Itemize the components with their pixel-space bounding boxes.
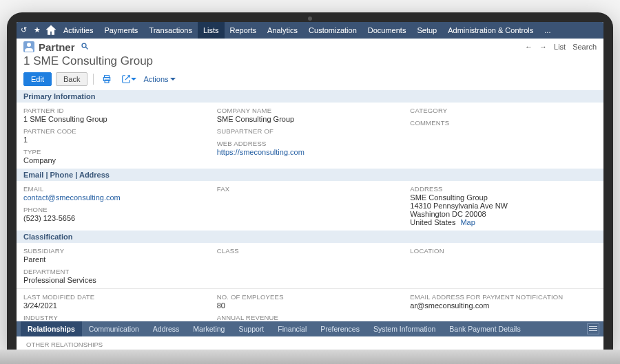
star-icon[interactable]: ★ (30, 22, 44, 39)
field-label: WEB ADDRESS (217, 140, 404, 147)
field-label: PARTNER ID (23, 107, 210, 114)
page-header: Partner ← → List Search (17, 39, 603, 53)
prev-record-arrow-icon[interactable]: ← (525, 43, 533, 51)
nav-lists[interactable]: Lists (198, 22, 225, 39)
search-link[interactable]: Search (572, 43, 597, 51)
entity-avatar-icon (23, 41, 34, 52)
nav-activities[interactable]: Activities (58, 22, 99, 39)
nav-admin-controls[interactable]: Administration & Controls (442, 22, 539, 39)
svg-line-1 (85, 47, 87, 50)
section-primary-title: Primary Information (17, 90, 603, 103)
map-link[interactable]: Map (460, 218, 475, 226)
nav-analytics[interactable]: Analytics (262, 22, 303, 39)
tab-address[interactable]: Address (146, 321, 187, 336)
web-address-link[interactable]: https://smeconsulting.com (217, 148, 404, 156)
address-line: SME Consulting Group (410, 193, 597, 202)
tab-marketing[interactable]: Marketing (186, 321, 231, 336)
tab-communication[interactable]: Communication (82, 321, 146, 336)
field-label: NO. OF EMPLOYEES (217, 293, 404, 301)
toolbar-divider (93, 74, 94, 85)
field-value: 1 (23, 136, 210, 144)
actions-menu[interactable]: Actions (143, 75, 175, 83)
field-label: CATEGORY (410, 107, 597, 114)
nav-documents[interactable]: Documents (362, 22, 412, 39)
field-label: PHONE (23, 206, 210, 213)
field-label: ADDRESS (410, 185, 597, 193)
tab-bank-payment-details[interactable]: Bank Payment Details (442, 321, 527, 336)
record-name: 1 SME Consulting Group (17, 53, 603, 72)
address-line: United States (410, 218, 455, 226)
section-contact-title: Email | Phone | Address (17, 169, 603, 181)
subtab-section-label: OTHER RELATIONSHIPS (17, 336, 603, 352)
field-value: Parent (23, 255, 210, 264)
section-classification-row1: SUBSIDIARYParent DEPARTMENTProfessional … (17, 243, 603, 288)
email-link[interactable]: contact@smeconsulting.com (23, 193, 210, 202)
section-contact: EMAILcontact@smeconsulting.com PHONE(523… (17, 181, 603, 231)
nav-setup[interactable]: Setup (411, 22, 442, 39)
field-value: SME Consulting Group (217, 115, 404, 123)
field-label: CLASS (217, 247, 404, 255)
address-block: SME Consulting Group 14310 Pennsylvania … (410, 193, 597, 226)
section-classification-row2: LAST MODIFIED DATE3/24/2021 INDUSTRYCons… (17, 288, 603, 321)
back-button[interactable]: Back (56, 72, 87, 86)
top-navbar: ↺ ★ Activities Payments Transactions Lis… (17, 22, 603, 39)
field-label: LOCATION (410, 247, 597, 255)
field-label: SUBPARTNER OF (217, 127, 404, 135)
field-value: 1 SME Consulting Group (23, 115, 210, 123)
field-value: ar@smeconsulting.com (410, 301, 597, 310)
nav-reports[interactable]: Reports (225, 22, 262, 39)
field-value: (523) 123-5656 (23, 214, 210, 222)
nav-customization[interactable]: Customization (303, 22, 362, 39)
field-label: EMAIL (23, 185, 210, 193)
svg-line-5 (125, 75, 130, 79)
next-record-arrow-icon[interactable]: → (539, 43, 547, 51)
field-value: Company (23, 156, 210, 164)
subtabs-menu-icon[interactable] (587, 323, 599, 334)
field-label: SUBSIDIARY (23, 247, 210, 255)
field-value: 80 (217, 301, 404, 310)
history-icon[interactable]: ↺ (17, 22, 30, 39)
field-label: PARTNER CODE (23, 127, 210, 135)
nav-transactions[interactable]: Transactions (143, 22, 198, 39)
field-value: 3/24/2021 (23, 301, 210, 310)
field-label: FAX (217, 185, 404, 193)
tab-system-information[interactable]: System Information (366, 321, 442, 336)
field-label: TYPE (23, 148, 210, 156)
shortcut-icon[interactable] (118, 74, 139, 84)
tab-financial[interactable]: Financial (271, 321, 313, 336)
toolbar: Edit Back Actions (17, 72, 603, 90)
field-label: COMMENTS (410, 119, 597, 127)
field-label: DEPARTMENT (23, 268, 210, 275)
entity-type-title: Partner (39, 41, 75, 53)
caret-down-icon (170, 78, 176, 83)
section-primary: PARTNER ID1 SME Consulting Group PARTNER… (17, 103, 603, 169)
subtabs-bar: Relationships Communication Address Mark… (17, 321, 603, 336)
field-label: INDUSTRY (23, 314, 210, 321)
nav-overflow[interactable]: ... (539, 22, 556, 39)
field-label: EMAIL ADDRESS FOR PAYMENT NOTIFICATION (410, 293, 597, 301)
home-icon[interactable] (44, 22, 58, 39)
edit-button[interactable]: Edit (23, 72, 52, 86)
field-label: ANNUAL REVENUE (217, 314, 404, 321)
entity-search-icon[interactable] (81, 42, 89, 52)
section-classification-title: Classification (17, 231, 603, 243)
field-value: Professional Services (23, 276, 210, 284)
address-line: Washington DC 20008 (410, 210, 597, 218)
svg-point-0 (82, 43, 86, 47)
nav-payments[interactable]: Payments (99, 22, 143, 39)
tab-support[interactable]: Support (231, 321, 271, 336)
address-line: 14310 Pennsylvania Ave NW (410, 202, 597, 210)
actions-label: Actions (143, 75, 168, 83)
list-link[interactable]: List (554, 43, 566, 51)
tab-relationships[interactable]: Relationships (21, 321, 82, 336)
print-icon[interactable] (99, 74, 114, 84)
tab-preferences[interactable]: Preferences (313, 321, 366, 336)
field-label: LAST MODIFIED DATE (23, 293, 210, 301)
field-label: COMPANY NAME (217, 107, 404, 114)
